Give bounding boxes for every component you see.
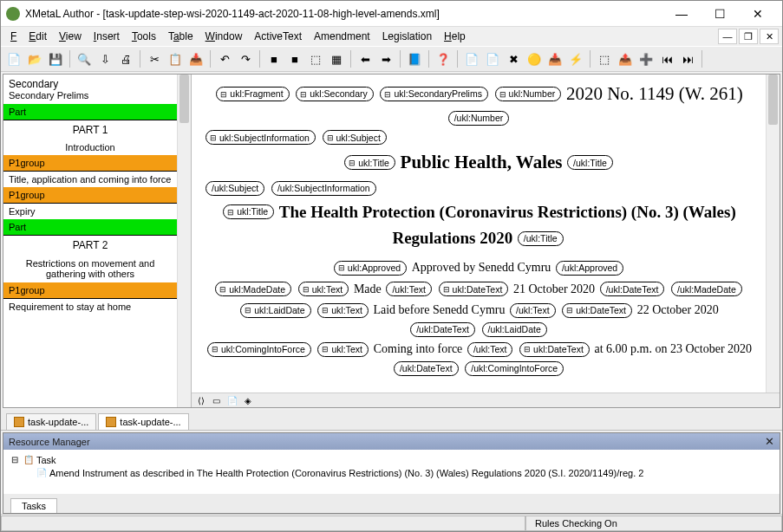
toolbar-button[interactable]: 📥 [545,49,564,68]
toolbar-button[interactable]: ✂ [145,49,164,68]
tag-subject[interactable]: ukl:Subject [323,130,387,145]
toolbar-button[interactable]: 💾 [46,49,65,68]
tree-task-root[interactable]: ⊟ 📋 Task [9,453,774,466]
menu-insert[interactable]: Insert [88,29,126,44]
tag-text[interactable]: ukl:Text [298,282,349,296]
toolbar-button[interactable]: 📋 [166,49,185,68]
minimize-button[interactable]: — [662,1,701,27]
tag-secondaryprelims[interactable]: ukl:SecondaryPrelims [380,87,488,101]
menu-window[interactable]: Window [199,29,249,44]
tag-text2-close[interactable]: /ukl:Text [510,303,556,318]
tag-cif-close[interactable]: /ukl:ComingIntoForce [465,361,564,376]
tag-title[interactable]: ukl:Title [344,155,395,170]
tag-title2[interactable]: ukl:Title [223,204,274,219]
toolbar-button[interactable]: 📘 [405,49,424,68]
structure-item[interactable]: P1group [3,155,177,172]
view-page-icon[interactable]: 📄 [225,395,238,406]
close-button[interactable]: ✕ [739,1,777,27]
toolbar-button[interactable]: 📥 [186,49,206,68]
tree-collapse-icon[interactable]: ⊟ [9,454,20,465]
tag-datetext-close[interactable]: /ukl:DateText [600,282,665,296]
tag-laiddate[interactable]: ukl:LaidDate [240,303,310,318]
maximize-button[interactable]: ☐ [701,1,739,27]
editor-content[interactable]: ukl:Fragment ukl:Secondary ukl:Secondary… [192,75,766,393]
structure-item[interactable]: Restrictions on movement and gathering w… [3,255,177,282]
editor-scrollbar[interactable] [766,75,780,393]
rm-tab-tasks[interactable]: Tasks [10,498,57,513]
structure-item[interactable]: PART 1 [3,120,177,139]
tag-text3[interactable]: ukl:Text [317,342,369,357]
toolbar-button[interactable]: 📄 [462,49,481,68]
structure-item[interactable]: Expiry [3,204,177,219]
view-tags-icon[interactable]: ⟨⟩ [194,395,207,406]
tag-title2-close[interactable]: /ukl:Title [518,231,564,246]
toolbar-button[interactable]: ⚡ [566,49,585,68]
menu-edit[interactable]: Edit [23,29,53,44]
menu-legislation[interactable]: Legislation [376,29,438,44]
toolbar-button[interactable]: ➕ [636,49,656,68]
tag-madedate-close[interactable]: /ukl:MadeDate [671,282,742,296]
toolbar-button[interactable]: ■ [285,49,304,68]
tag-laiddate-close[interactable]: /ukl:LaidDate [482,322,547,337]
rm-close-button[interactable]: ✕ [765,435,774,448]
toolbar-button[interactable]: ➡ [376,49,395,68]
tag-cif[interactable]: ukl:ComingIntoForce [207,342,311,357]
toolbar-button[interactable]: 📄 [4,49,23,68]
structure-item[interactable]: Requirement to stay at home [3,299,177,315]
structure-item[interactable]: Part [3,104,177,120]
menu-view[interactable]: View [53,29,88,44]
toolbar-button[interactable]: 📄 [483,49,502,68]
menu-file[interactable]: F [4,29,23,44]
tag-text2[interactable]: ukl:Text [317,303,369,318]
structure-item[interactable]: Introduction [3,139,177,155]
toolbar-button[interactable]: 📤 [616,49,635,68]
menu-tools[interactable]: Tools [126,29,162,44]
structure-item[interactable]: P1group [3,282,177,299]
structure-item[interactable]: PART 2 [3,236,177,255]
tag-subjectinfo-close[interactable]: /ukl:SubjectInformation [271,181,376,196]
toolbar-button[interactable]: ▦ [327,49,346,68]
tag-subject-close[interactable]: /ukl:Subject [206,181,264,196]
menu-table[interactable]: Table [162,29,199,44]
toolbar-button[interactable]: 🔍 [75,49,94,68]
structure-item[interactable]: P1group [3,187,177,204]
tag-text-close[interactable]: /ukl:Text [386,282,432,296]
structure-item[interactable]: Part [3,219,177,236]
mdi-close[interactable]: ✕ [760,29,779,44]
document-tab-1[interactable]: task-update-... [6,413,96,430]
tag-fragment[interactable]: ukl:Fragment [216,87,289,101]
toolbar-button[interactable]: ✖ [504,49,523,68]
toolbar-button[interactable]: 🖨 [116,49,135,68]
tree-task-child[interactable]: 📄 Amend Instrument as described in The H… [9,466,774,479]
toolbar-button[interactable]: ⏮ [657,49,676,68]
tag-number[interactable]: ukl:Number [495,87,562,101]
toolbar-button[interactable]: 📂 [25,49,44,68]
structure-item[interactable]: Title, application and coming into force [3,172,177,187]
menu-activetext[interactable]: ActiveText [248,29,308,44]
toolbar-button[interactable]: ⏭ [678,49,697,68]
toolbar-button[interactable]: ↷ [236,49,255,68]
toolbar-button[interactable]: 🟡 [525,49,544,68]
toolbar-button[interactable]: ⬚ [306,49,325,68]
toolbar-button[interactable]: ↶ [215,49,234,68]
tag-text3-close[interactable]: /ukl:Text [467,342,513,357]
tag-approved[interactable]: ukl:Approved [334,261,407,276]
tag-subjectinfo[interactable]: ukl:SubjectInformation [206,130,316,145]
view-source-icon[interactable]: ◈ [241,395,254,406]
tag-datetext2[interactable]: ukl:DateText [562,303,632,318]
toolbar-button[interactable]: ⬅ [356,49,375,68]
tag-datetext3-close[interactable]: /ukl:DateText [394,361,459,376]
tag-approved-close[interactable]: /ukl:Approved [556,261,623,276]
tag-madedate[interactable]: ukl:MadeDate [215,282,291,296]
tag-datetext[interactable]: ukl:DateText [439,282,509,296]
toolbar-button[interactable]: ■ [264,49,284,68]
menu-help[interactable]: Help [438,29,472,44]
tag-datetext3[interactable]: ukl:DateText [519,342,590,357]
tag-secondary[interactable]: ukl:Secondary [296,87,374,101]
toolbar-button[interactable]: ⬚ [595,49,614,68]
mdi-minimize[interactable]: — [718,29,737,44]
mdi-restore[interactable]: ❐ [739,29,758,44]
document-tab-2[interactable]: task-update-... [98,413,188,430]
toolbar-button[interactable]: ❓ [434,49,453,68]
tag-number-close[interactable]: /ukl:Number [448,111,510,126]
